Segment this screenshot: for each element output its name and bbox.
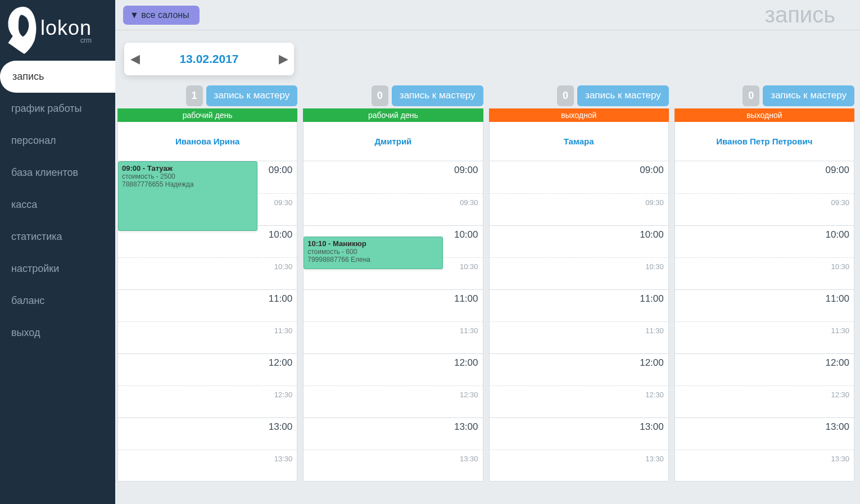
- time-slot[interactable]: 09:00: [304, 161, 482, 193]
- book-master-button[interactable]: запись к мастеру: [577, 85, 669, 106]
- time-label: 11:00: [825, 293, 849, 304]
- time-slot[interactable]: 13:00: [490, 417, 668, 449]
- time-slot[interactable]: 12:30: [675, 385, 854, 417]
- time-slot[interactable]: 10:30: [490, 257, 668, 289]
- time-slot[interactable]: 13:30: [118, 449, 297, 482]
- time-slot[interactable]: 11:00: [490, 289, 668, 321]
- dropdown-arrow-icon: ▼: [130, 10, 139, 20]
- schedule-column: 1запись к мастерурабочий деньИванова Ири…: [117, 85, 297, 482]
- date-display[interactable]: 13.02.2017: [146, 52, 273, 66]
- time-label: 10:00: [454, 229, 478, 240]
- time-label: 11:00: [640, 293, 664, 304]
- time-label: 13:00: [269, 421, 293, 432]
- time-label: 12:30: [645, 391, 664, 399]
- master-name[interactable]: Иванов Петр Петрович: [675, 122, 854, 161]
- profile-silhouette-icon: [3, 4, 38, 56]
- column-header: 1запись к мастеру: [117, 85, 297, 106]
- nav-item-3[interactable]: база клиентов: [0, 157, 115, 189]
- day-status-bar: рабочий день: [117, 108, 297, 122]
- column-header: 0запись к мастеру: [675, 85, 854, 106]
- nav: записьграфик работыперсоналбаза клиентов…: [0, 61, 115, 349]
- time-label: 10:00: [825, 229, 849, 240]
- schedule-column: 0запись к мастерувыходнойТамара09:0009:3…: [489, 85, 669, 482]
- column-header: 0запись к мастеру: [303, 85, 483, 106]
- time-slot[interactable]: 12:00: [675, 353, 854, 385]
- time-slot[interactable]: 12:30: [118, 385, 297, 417]
- master-name[interactable]: Иванова Ирина: [117, 122, 297, 161]
- time-label: 09:00: [825, 165, 849, 175]
- time-label: 13:30: [274, 455, 293, 463]
- appointment-cost: стоимость - 600: [307, 248, 439, 256]
- time-slot[interactable]: 10:30: [675, 257, 854, 289]
- time-label: 11:30: [645, 326, 664, 335]
- time-label: 11:30: [274, 326, 293, 335]
- master-name[interactable]: Дмитрий: [303, 122, 483, 161]
- date-next-button[interactable]: ▶: [273, 52, 294, 66]
- time-label: 13:30: [460, 455, 478, 463]
- date-prev-button[interactable]: ◀: [124, 52, 146, 66]
- schedule-column: 0запись к мастерувыходнойИванов Петр Пет…: [675, 85, 854, 482]
- time-slot[interactable]: 09:30: [490, 193, 668, 225]
- time-slot[interactable]: 12:00: [304, 353, 482, 385]
- nav-item-4[interactable]: касса: [0, 189, 115, 221]
- salon-dropdown[interactable]: ▼ все салоны: [123, 6, 200, 25]
- nav-item-1[interactable]: график работы: [0, 93, 115, 125]
- date-picker: ◀ 13.02.2017 ▶: [124, 43, 294, 75]
- time-slot[interactable]: 13:30: [304, 449, 482, 482]
- nav-item-2[interactable]: персонал: [0, 125, 115, 157]
- nav-item-7[interactable]: баланс: [0, 285, 115, 317]
- nav-item-0[interactable]: запись: [0, 61, 115, 93]
- time-slot[interactable]: 09:00: [675, 161, 854, 193]
- time-slot[interactable]: 13:00: [675, 417, 854, 449]
- time-slot[interactable]: 13:30: [675, 449, 854, 482]
- page-title: запись: [765, 2, 835, 28]
- time-label: 09:30: [645, 198, 664, 207]
- time-slot[interactable]: 13:30: [490, 449, 668, 482]
- time-slot[interactable]: 12:00: [490, 353, 668, 385]
- book-master-button[interactable]: запись к мастеру: [763, 85, 854, 106]
- time-label: 10:30: [460, 262, 478, 271]
- book-master-button[interactable]: запись к мастеру: [206, 85, 298, 106]
- time-slot[interactable]: 09:30: [675, 193, 854, 225]
- nav-item-8[interactable]: выход: [0, 317, 115, 349]
- time-slot[interactable]: 11:30: [304, 321, 482, 353]
- appointment-count-badge: 0: [557, 85, 574, 106]
- day-status-bar: выходной: [489, 108, 669, 122]
- appointment-client: 79998887766 Елена: [307, 256, 439, 264]
- sidebar: lokon crm записьграфик работыперсоналбаз…: [0, 0, 115, 504]
- time-slot[interactable]: 09:00: [490, 161, 668, 193]
- time-slot[interactable]: 12:00: [118, 353, 297, 385]
- time-slot[interactable]: 13:00: [304, 417, 482, 449]
- time-label: 11:30: [460, 326, 478, 335]
- appointment[interactable]: 09:00 - Татуажстоимость - 25007888777665…: [118, 161, 257, 231]
- nav-item-5[interactable]: статистика: [0, 221, 115, 253]
- time-slot[interactable]: 10:30: [118, 257, 297, 289]
- book-master-button[interactable]: запись к мастеру: [392, 85, 483, 106]
- time-slot[interactable]: 11:00: [304, 289, 482, 321]
- time-slot[interactable]: 11:00: [675, 289, 854, 321]
- day-status-bar: выходной: [675, 108, 854, 122]
- time-label: 11:00: [269, 293, 293, 304]
- day-status-bar: рабочий день: [303, 108, 483, 122]
- appointment[interactable]: 10:10 - Маникюрстоимость - 6007999888776…: [304, 237, 443, 269]
- time-slot[interactable]: 11:30: [118, 321, 297, 353]
- time-slot[interactable]: 10:00: [675, 225, 854, 257]
- time-slot[interactable]: 11:30: [675, 321, 854, 353]
- time-slot[interactable]: 11:30: [490, 321, 668, 353]
- appointment-count-badge: 0: [372, 85, 388, 106]
- time-slot[interactable]: 11:00: [118, 289, 297, 321]
- appointment-cost: стоимость - 2500: [122, 172, 254, 180]
- time-label: 12:00: [269, 357, 293, 368]
- time-slot[interactable]: 10:00: [490, 225, 668, 257]
- time-slot[interactable]: 12:30: [490, 385, 668, 417]
- time-slot[interactable]: 12:30: [304, 385, 482, 417]
- master-name[interactable]: Тамара: [489, 122, 669, 161]
- time-label: 12:30: [274, 391, 293, 399]
- appointment-client: 78887776655 Надежда: [122, 180, 254, 188]
- schedule-columns: 1запись к мастерурабочий деньИванова Ири…: [115, 85, 860, 482]
- time-label: 12:30: [460, 391, 478, 399]
- time-slot[interactable]: 09:30: [304, 193, 482, 225]
- logo: lokon crm: [0, 0, 115, 61]
- nav-item-6[interactable]: настройки: [0, 253, 115, 285]
- time-slot[interactable]: 13:00: [118, 417, 297, 449]
